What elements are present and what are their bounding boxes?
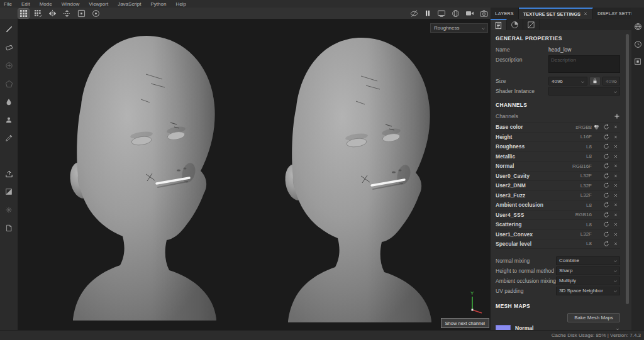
delete-channel-icon[interactable] — [613, 193, 618, 198]
channel-format[interactable]: L8 — [570, 222, 592, 228]
history-clock-icon[interactable] — [634, 40, 642, 48]
channel-format[interactable]: L16F — [570, 134, 592, 140]
material-picker-tool[interactable] — [3, 133, 15, 143]
channel-format[interactable]: RGB16F — [570, 163, 592, 169]
material-mode-icon[interactable] — [452, 9, 460, 18]
delete-channel-icon[interactable] — [613, 232, 618, 237]
menu-mode[interactable]: Mode — [40, 1, 52, 7]
polygon-fill-tool[interactable] — [3, 79, 15, 89]
delete-channel-icon[interactable] — [613, 134, 618, 140]
subtab-settings[interactable] — [491, 19, 507, 30]
uv-padding-dropdown[interactable]: 3D Space Neighbor — [556, 287, 620, 295]
delete-channel-icon[interactable] — [613, 144, 618, 149]
delete-channel-icon[interactable] — [613, 212, 618, 217]
channel-format[interactable]: sRGB8 — [570, 124, 592, 130]
channel-format[interactable]: L32F — [570, 231, 592, 237]
projection-tool[interactable] — [3, 60, 15, 70]
shelf-globe-icon[interactable] — [634, 23, 642, 31]
reset-channel-icon[interactable] — [603, 134, 609, 140]
delete-channel-icon[interactable] — [613, 124, 618, 129]
menu-help[interactable]: Help — [175, 1, 186, 7]
chevron-down-icon — [480, 26, 486, 31]
reset-channel-icon[interactable] — [603, 143, 609, 150]
camera-video-icon[interactable] — [465, 9, 474, 18]
effects-button[interactable] — [3, 205, 15, 215]
channel-format[interactable]: L8 — [570, 202, 592, 208]
name-value[interactable]: head_low — [548, 47, 571, 53]
tiling-button[interactable] — [18, 9, 29, 18]
tab-close-icon[interactable] — [583, 11, 588, 16]
menu-edit[interactable]: Edit — [21, 1, 30, 7]
reset-channel-icon[interactable] — [603, 221, 609, 228]
channel-format[interactable]: L8 — [570, 144, 592, 150]
delete-channel-icon[interactable] — [613, 163, 618, 168]
subtab-uv[interactable] — [523, 19, 540, 30]
smudge-tool[interactable] — [3, 97, 15, 107]
reset-channel-icon[interactable] — [603, 124, 609, 130]
display-square-icon[interactable] — [634, 58, 641, 65]
clone-tool[interactable] — [3, 115, 15, 125]
tiling-offset-button[interactable] — [33, 9, 43, 18]
frame-selection-button[interactable] — [76, 9, 87, 18]
3d-model-canvas[interactable] — [18, 19, 491, 330]
reset-channel-icon[interactable] — [603, 202, 609, 208]
delete-channel-icon[interactable] — [613, 241, 618, 246]
height-to-normal-dropdown[interactable]: Sharp — [556, 266, 620, 275]
channel-format[interactable]: L8 — [570, 241, 592, 246]
eraser-tool[interactable] — [3, 42, 15, 52]
pause-engine-icon[interactable] — [424, 9, 431, 17]
vertical-symmetry-button[interactable] — [62, 9, 72, 18]
delete-channel-icon[interactable] — [613, 183, 618, 188]
radial-symmetry-button[interactable] — [91, 9, 101, 18]
hide-ui-icon[interactable] — [410, 9, 418, 18]
reset-channel-icon[interactable] — [603, 241, 609, 247]
projection-icon — [5, 62, 13, 70]
polygon-fill-icon — [5, 80, 13, 88]
channel-format[interactable]: L8 — [570, 153, 592, 159]
delete-channel-icon[interactable] — [613, 222, 618, 227]
delete-channel-icon[interactable] — [613, 154, 618, 159]
ao-mixing-dropdown[interactable]: Multiply — [556, 277, 620, 285]
reset-channel-icon[interactable] — [603, 163, 609, 169]
reset-channel-icon[interactable] — [603, 182, 609, 189]
menu-file[interactable]: File — [4, 1, 12, 7]
tab-layers[interactable]: LAYERS — [491, 8, 519, 19]
viewport-channel-dropdown[interactable]: Roughness — [430, 23, 488, 33]
menu-python[interactable]: Python — [151, 1, 167, 7]
size-width-dropdown[interactable]: 4096 — [548, 77, 587, 85]
panel-scrollbar[interactable] — [626, 34, 629, 304]
chevron-down-icon — [580, 79, 586, 85]
description-input[interactable] — [548, 55, 620, 73]
reset-channel-icon[interactable] — [603, 212, 609, 218]
screenshot-camera-icon[interactable] — [480, 9, 488, 18]
paint-tool[interactable] — [3, 24, 15, 34]
reset-channel-icon[interactable] — [603, 231, 609, 238]
reset-channel-icon[interactable] — [603, 192, 609, 199]
subtab-channels[interactable] — [507, 19, 523, 30]
horizontal-symmetry-button[interactable] — [47, 9, 58, 18]
bake-mesh-maps-button[interactable]: Bake Mesh Maps — [567, 313, 620, 322]
export-button[interactable] — [3, 168, 15, 178]
normal-mixing-dropdown[interactable]: Combine — [556, 256, 620, 265]
menu-window[interactable]: Window — [62, 1, 79, 7]
mesh-map-row[interactable]: Normal noExpression_fixed_normal — [496, 325, 620, 331]
channel-format[interactable]: L32F — [570, 173, 592, 178]
channel-format[interactable]: L32F — [570, 192, 592, 198]
channel-format[interactable]: L32F — [570, 183, 592, 189]
geometry-mask-button[interactable] — [3, 187, 15, 197]
color-profile-icon[interactable] — [593, 124, 600, 131]
menu-viewport[interactable]: Viewport — [89, 1, 108, 7]
add-channel-icon[interactable] — [614, 113, 620, 119]
channel-format[interactable]: RGB16 — [570, 212, 592, 217]
display-mode-icon[interactable] — [437, 9, 446, 18]
reset-channel-icon[interactable] — [603, 173, 609, 179]
delete-channel-icon[interactable] — [613, 173, 618, 178]
reset-channel-icon[interactable] — [603, 153, 609, 160]
size-lock-button[interactable] — [589, 77, 601, 85]
menu-javascript[interactable]: JavaScript — [118, 1, 141, 7]
delete-channel-icon[interactable] — [613, 202, 618, 207]
tab-texture-set-settings[interactable]: TEXTURE SET SETTINGS — [519, 8, 593, 19]
3d-viewport[interactable]: Roughness Y Show next channel — [18, 19, 491, 330]
shader-instance-dropdown[interactable] — [548, 87, 620, 96]
resources-button[interactable] — [3, 223, 15, 233]
